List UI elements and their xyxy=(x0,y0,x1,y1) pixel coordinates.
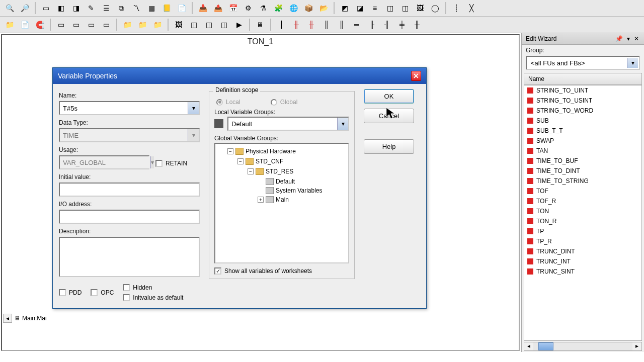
list-item[interactable]: TIME_TO_STRING xyxy=(524,176,641,186)
tool-icon[interactable]: 📄 xyxy=(175,2,188,15)
tool-icon[interactable]: ◯ xyxy=(429,2,442,15)
tool-icon[interactable]: ⚗ xyxy=(257,2,270,15)
list-item[interactable]: STRING_TO_WORD xyxy=(524,106,641,116)
list-item[interactable]: TP_R xyxy=(524,236,641,246)
tool-icon[interactable]: ▭ xyxy=(100,18,113,31)
ok-button[interactable]: OK xyxy=(364,89,414,104)
tree-item[interactable]: STD_CNF xyxy=(256,158,283,165)
list-item[interactable]: TRUNC_SINT xyxy=(524,266,641,277)
tool-icon[interactable]: ║ xyxy=(335,18,348,31)
group-value[interactable] xyxy=(528,58,627,68)
tool-icon[interactable]: ◪ xyxy=(353,2,366,15)
tool-icon[interactable]: ▭ xyxy=(54,18,67,31)
tool-icon[interactable]: 📄 xyxy=(18,18,31,31)
zoom-out-icon[interactable]: 🔎 xyxy=(18,2,31,15)
tool-icon[interactable]: ◨ xyxy=(69,2,83,15)
tool-icon[interactable]: 📁 xyxy=(151,18,164,31)
tool-icon[interactable]: ▭ xyxy=(39,2,52,15)
tool-icon[interactable]: 📤 xyxy=(211,2,224,15)
tool-icon[interactable]: ▦ xyxy=(145,2,158,15)
list-item[interactable]: TAN xyxy=(524,146,641,156)
group-select[interactable]: ▾ xyxy=(526,56,640,70)
tool-icon[interactable]: 📁 xyxy=(121,18,134,31)
tool-icon[interactable]: 🖼 xyxy=(414,2,427,15)
list-item[interactable]: TP xyxy=(524,226,641,236)
tool-icon[interactable]: ◩ xyxy=(338,2,351,15)
tool-icon[interactable]: ✎ xyxy=(85,2,98,15)
tool-icon[interactable]: 🌐 xyxy=(287,2,300,15)
horizontal-scrollbar[interactable]: ◂ ▸ xyxy=(524,342,642,351)
tool-icon[interactable]: ┃ xyxy=(275,18,288,31)
chevron-down-icon[interactable]: ▾ xyxy=(627,58,638,68)
list-item[interactable]: TIME_TO_BUF xyxy=(524,156,641,166)
tool-icon[interactable]: ╟ xyxy=(365,18,378,31)
tool-icon[interactable]: ◫ xyxy=(383,2,396,15)
function-list[interactable]: STRING_TO_UINTSTRING_TO_USINTSTRING_TO_W… xyxy=(524,85,642,341)
tool-icon[interactable]: 📒 xyxy=(160,2,173,15)
list-item[interactable]: TRUNC_DINT xyxy=(524,246,641,256)
name-field[interactable] xyxy=(60,102,188,114)
tree-item[interactable]: Default xyxy=(276,178,295,185)
tree-item[interactable]: Physical Hardware xyxy=(246,148,296,155)
help-button[interactable]: Help xyxy=(364,139,414,154)
showall-checkbox[interactable] xyxy=(214,267,221,275)
tool-icon[interactable]: ⚙ xyxy=(242,2,255,15)
tool-icon[interactable]: ▶ xyxy=(232,18,246,31)
zoom-in-icon[interactable]: 🔍 xyxy=(3,2,16,15)
scroll-thumb[interactable] xyxy=(538,342,553,350)
tool-icon[interactable]: 📁 xyxy=(136,18,149,31)
initdefault-checkbox[interactable] xyxy=(123,294,130,301)
tool-icon[interactable]: 🖼 xyxy=(172,18,185,31)
tool-icon[interactable]: 🧩 xyxy=(272,2,285,15)
tool-icon[interactable]: ╫ xyxy=(290,18,303,31)
tool-icon[interactable]: ▭ xyxy=(85,18,98,31)
tool-icon[interactable]: 📂 xyxy=(317,2,330,15)
scroll-track[interactable] xyxy=(533,342,632,350)
tool-icon[interactable]: 📦 xyxy=(302,2,315,15)
tool-icon[interactable]: ║ xyxy=(320,18,333,31)
tool-icon[interactable]: ╢ xyxy=(380,18,393,31)
tool-icon[interactable]: ◫ xyxy=(202,18,215,31)
list-item[interactable]: TOF xyxy=(524,186,641,196)
tool-icon[interactable]: ╫ xyxy=(305,18,318,31)
tool-icon[interactable]: ┊ xyxy=(450,2,463,15)
tool-icon[interactable]: ◫ xyxy=(398,2,412,15)
tool-icon[interactable]: ◫ xyxy=(187,18,200,31)
cancel-button[interactable]: Cancel xyxy=(364,109,414,123)
worksheet-tab[interactable]: Main:Mai xyxy=(22,315,47,322)
chevron-down-icon[interactable]: ▾ xyxy=(337,118,348,130)
tool-icon[interactable]: ╫ xyxy=(411,18,424,31)
tree-item[interactable]: System Variables xyxy=(276,187,322,194)
chevron-down-icon[interactable]: ▾ xyxy=(188,102,199,114)
tool-icon[interactable]: ◫ xyxy=(217,18,230,31)
list-item[interactable]: SUB xyxy=(524,116,641,126)
tool-icon[interactable]: ⧉ xyxy=(115,2,128,15)
list-item[interactable]: TOF_R xyxy=(524,196,641,206)
list-item[interactable]: TON xyxy=(524,206,641,216)
localgroup-select[interactable]: ▾ xyxy=(227,117,349,131)
collapse-icon[interactable]: − xyxy=(248,168,254,174)
tool-icon[interactable]: 📅 xyxy=(226,2,239,15)
tool-icon[interactable]: ═ xyxy=(350,18,363,31)
retain-checkbox[interactable] xyxy=(155,160,163,167)
name-input[interactable]: ▾ xyxy=(59,101,200,115)
list-item[interactable]: SUB_T_T xyxy=(524,126,641,136)
description-input[interactable] xyxy=(59,237,200,277)
tool-icon[interactable]: ▭ xyxy=(69,18,83,31)
tool-icon[interactable]: ╳ xyxy=(465,2,478,15)
pin-icon[interactable]: 📌 xyxy=(614,35,624,42)
tool-icon[interactable]: 📁 xyxy=(3,18,16,31)
tool-icon[interactable]: ╪ xyxy=(395,18,409,31)
initial-value-input[interactable] xyxy=(59,183,200,197)
global-groups-tree[interactable]: −Physical Hardware −STD_CNF −STD_RES Def… xyxy=(214,143,349,263)
tool-icon[interactable]: ◧ xyxy=(54,2,67,15)
collapse-icon[interactable]: − xyxy=(227,148,233,154)
list-item[interactable]: SWAP xyxy=(524,136,641,146)
tree-item[interactable]: STD_RES xyxy=(266,168,293,175)
expand-icon[interactable]: + xyxy=(258,197,264,203)
hidden-checkbox[interactable] xyxy=(123,284,130,291)
tool-icon[interactable]: ≡ xyxy=(368,2,381,15)
close-icon[interactable]: ✕ xyxy=(633,35,640,42)
io-address-input[interactable] xyxy=(59,210,200,224)
list-item[interactable]: TIME_TO_DINT xyxy=(524,166,641,176)
